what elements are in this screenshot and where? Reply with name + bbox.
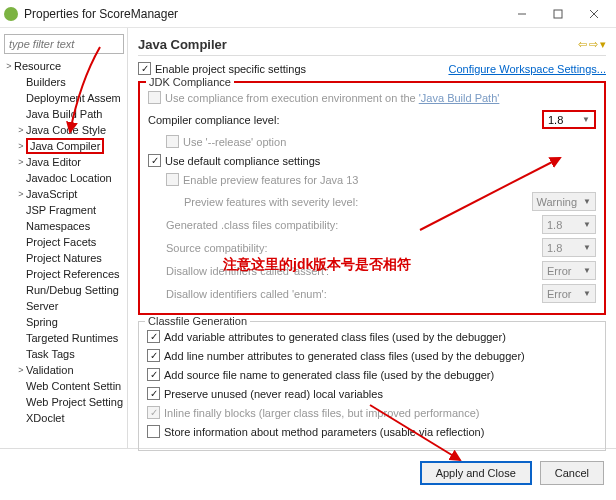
tree-item[interactable]: Task Tags [2,346,125,362]
expander-icon[interactable]: > [16,365,26,375]
expander-icon[interactable]: > [4,61,14,71]
page-title: Java Compiler [138,37,227,52]
tree-item-label: Task Tags [26,348,75,360]
forward-icon[interactable]: ⇨ [589,38,598,51]
tree-item[interactable]: >JavaScript [2,186,125,202]
tree-item-label: Run/Debug Setting [26,284,119,296]
src-file-checkbox[interactable] [147,368,160,381]
tree-item[interactable]: XDoclet [2,410,125,426]
tree-item-label: Web Content Settin [26,380,121,392]
tree-item-label: Project Natures [26,252,102,264]
use-default-label: Use default compliance settings [165,155,320,167]
classfile-legend: Classfile Generation [145,315,250,327]
titlebar: Properties for ScoreManager [0,0,616,28]
assert-combo: Error▼ [542,261,596,280]
expander-icon[interactable]: > [16,189,26,199]
tree-item[interactable]: >Java Editor [2,154,125,170]
property-tree: >ResourceBuildersDeployment AssemJava Bu… [2,58,125,426]
use-exec-env-label: Use compliance from execution environmen… [165,92,499,104]
footer: Apply and Close Cancel [0,448,616,496]
tree-item[interactable]: >Resource [2,58,125,74]
tree-item-label: Java Editor [26,156,81,168]
maximize-button[interactable] [540,0,576,28]
main-panel: Java Compiler ⇦ ⇨ ▾ Enable project speci… [128,28,616,448]
assert-label: Disallow identifiers called 'assert': [166,265,329,277]
tree-item-label: Namespaces [26,220,90,232]
tree-item-label: Server [26,300,58,312]
close-button[interactable] [576,0,612,28]
tree-item[interactable]: Project Facets [2,234,125,250]
store-params-checkbox[interactable] [147,425,160,438]
tree-item-label: Javadoc Location [26,172,112,184]
tree-item-label: Builders [26,76,66,88]
use-release-label: Use '--release' option [183,136,286,148]
gen-compat-combo: 1.8▼ [542,215,596,234]
src-compat-label: Source compatibility: [166,242,268,254]
tree-item-label: Deployment Assem [26,92,121,104]
tree-item-label: Java Compiler [26,138,104,154]
cancel-button[interactable]: Cancel [540,461,604,485]
preserve-unused-checkbox[interactable] [147,387,160,400]
tree-item-label: Project Facets [26,236,96,248]
tree-item-label: Spring [26,316,58,328]
tree-item[interactable]: Project Natures [2,250,125,266]
inline-finally-checkbox [147,406,160,419]
compiler-level-label: Compiler compliance level: [148,114,279,126]
compiler-level-combo[interactable]: 1.8▼ [542,110,596,129]
tree-item[interactable]: Namespaces [2,218,125,234]
var-attr-checkbox[interactable] [147,330,160,343]
jdk-legend: JDK Compliance [146,76,234,88]
line-num-checkbox[interactable] [147,349,160,362]
svg-rect-1 [554,10,562,18]
expander-icon[interactable]: > [16,157,26,167]
window-title: Properties for ScoreManager [24,7,504,21]
tree-item[interactable]: Web Project Setting [2,394,125,410]
tree-item-label: Java Build Path [26,108,102,120]
chevron-down-icon: ▼ [582,115,590,124]
expander-icon[interactable]: > [16,125,26,135]
tree-item[interactable]: >Java Code Style [2,122,125,138]
tree-item[interactable]: >Java Compiler [2,138,125,154]
enable-project-specific-label: Enable project specific settings [155,63,306,75]
tree-item[interactable]: Targeted Runtimes [2,330,125,346]
filter-input[interactable] [4,34,124,54]
use-default-checkbox[interactable] [148,154,161,167]
expander-icon[interactable]: > [16,141,26,151]
tree-item-label: Resource [14,60,61,72]
tree-item[interactable]: >Validation [2,362,125,378]
nav-arrows: ⇦ ⇨ ▾ [578,38,606,51]
back-icon[interactable]: ⇦ [578,38,587,51]
tree-item[interactable]: Run/Debug Setting [2,282,125,298]
preview-checkbox [166,173,179,186]
enable-project-specific-checkbox[interactable] [138,62,151,75]
minimize-button[interactable] [504,0,540,28]
use-exec-env-checkbox [148,91,161,104]
app-icon [4,7,18,21]
tree-item[interactable]: Web Content Settin [2,378,125,394]
classfile-group: Classfile Generation Add variable attrib… [138,321,606,451]
tree-item[interactable]: Server [2,298,125,314]
tree-item-label: XDoclet [26,412,65,424]
sidebar: >ResourceBuildersDeployment AssemJava Bu… [0,28,128,448]
tree-item[interactable]: Javadoc Location [2,170,125,186]
tree-item-label: Validation [26,364,74,376]
apply-close-button[interactable]: Apply and Close [420,461,532,485]
menu-icon[interactable]: ▾ [600,38,606,51]
tree-item[interactable]: Project References [2,266,125,282]
tree-item-label: Project References [26,268,120,280]
jdk-compliance-group: JDK Compliance Use compliance from execu… [138,81,606,315]
tree-item[interactable]: Deployment Assem [2,90,125,106]
configure-workspace-link[interactable]: Configure Workspace Settings... [448,63,606,75]
preview-sev-combo: Warning▼ [532,192,596,211]
preview-sev-label: Preview features with severity level: [184,196,358,208]
use-release-checkbox [166,135,179,148]
src-compat-combo: 1.8▼ [542,238,596,257]
enum-combo: Error▼ [542,284,596,303]
tree-item[interactable]: Java Build Path [2,106,125,122]
tree-item-label: JavaScript [26,188,77,200]
tree-item[interactable]: JSP Fragment [2,202,125,218]
enum-label: Disallow identifiers called 'enum': [166,288,327,300]
tree-item[interactable]: Spring [2,314,125,330]
tree-item[interactable]: Builders [2,74,125,90]
tree-item-label: Java Code Style [26,124,106,136]
